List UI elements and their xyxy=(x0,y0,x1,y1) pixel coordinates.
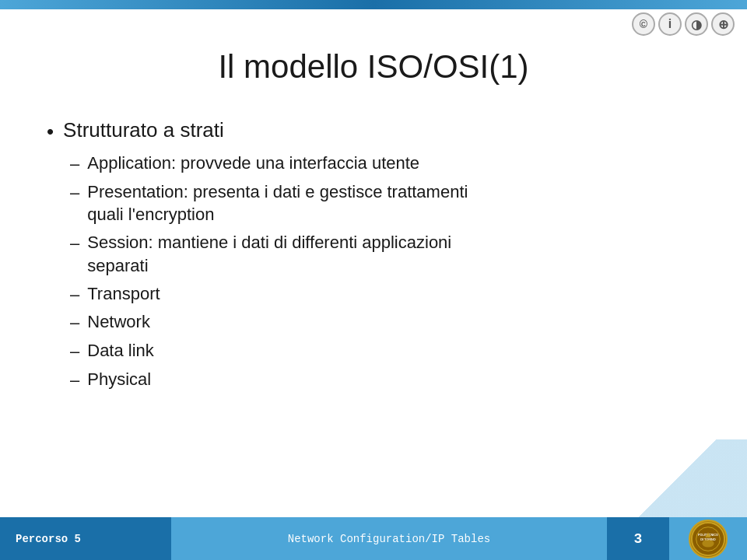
dash-icon: – xyxy=(70,340,79,363)
corner-decoration xyxy=(607,439,747,517)
list-item: – Data link xyxy=(70,339,700,363)
polito-logo-svg: POLITECNICO DI TORINO xyxy=(690,520,726,558)
dash-icon: – xyxy=(70,152,79,176)
sub-items-list: – Application: provvede una interfaccia … xyxy=(70,152,700,391)
dash-icon: – xyxy=(70,369,79,392)
sub-item-text: Physical xyxy=(87,368,151,391)
footer-title-label: Network Configuration/IP Tables xyxy=(288,533,490,545)
main-list: • Strutturato a strati xyxy=(47,117,700,145)
dash-icon: – xyxy=(70,311,79,334)
footer-bar: Percorso 5 Network Configuration/IP Tabl… xyxy=(0,517,747,560)
footer-page-number: 3 xyxy=(634,531,643,547)
dash-icon: – xyxy=(70,232,79,255)
sub-item-text: Data link xyxy=(87,339,154,362)
list-item: – Physical xyxy=(70,368,700,392)
footer-page-number-box: 3 xyxy=(607,517,669,560)
list-item: – Transport xyxy=(70,282,700,306)
dash-icon: – xyxy=(70,181,79,205)
university-logo: POLITECNICO DI TORINO xyxy=(689,520,728,558)
dash-icon: – xyxy=(70,283,79,306)
bullet-dot: • xyxy=(47,118,54,145)
sub-item-text: Presentation: presenta i dati e gestisce… xyxy=(87,180,468,226)
list-item: – Presentation: presenta i dati e gestis… xyxy=(70,180,700,226)
svg-point-4 xyxy=(702,539,714,547)
sub-item-text: Network xyxy=(87,310,150,334)
footer-logo-box: POLITECNICO DI TORINO xyxy=(669,517,747,560)
main-bullet-item: • Strutturato a strati xyxy=(47,117,700,145)
footer-center: Network Configuration/IP Tables xyxy=(171,517,607,560)
sub-item-text: Transport xyxy=(87,282,160,306)
top-decorative-bar xyxy=(0,0,747,9)
footer-course-label: Percorso 5 xyxy=(16,533,81,545)
sub-item-text: Application: provvede una interfaccia ut… xyxy=(87,152,419,175)
slide-content: Il modello ISO/OSI(1) • Strutturato a st… xyxy=(0,9,747,513)
slide-title: Il modello ISO/OSI(1) xyxy=(47,48,700,86)
footer-left: Percorso 5 xyxy=(0,517,171,560)
list-item: – Session: mantiene i dati di differenti… xyxy=(70,231,700,277)
bullet-text: Strutturato a strati xyxy=(63,117,224,144)
list-item: – Application: provvede una interfaccia … xyxy=(70,152,700,176)
sub-item-text: Session: mantiene i dati di differenti a… xyxy=(87,231,451,277)
list-item: – Network xyxy=(70,310,700,334)
